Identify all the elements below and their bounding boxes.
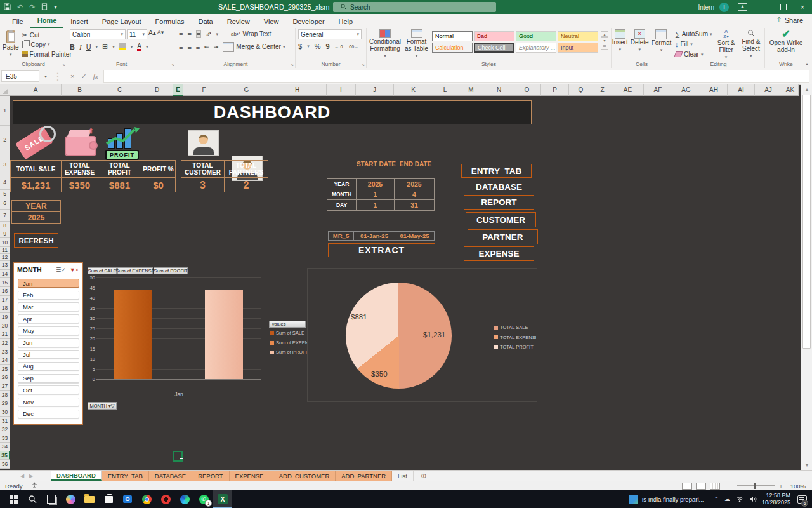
column-header-AH[interactable]: AH [700,84,728,96]
font-size-combo[interactable]: 11▾ [127,29,147,39]
microsoft-store-icon[interactable] [99,490,118,508]
redo-icon[interactable]: ↷ [29,3,35,11]
format-cells-button[interactable]: Format▾ [652,29,672,59]
start-button[interactable] [4,490,23,508]
accessibility-icon[interactable] [31,482,37,490]
borders-icon[interactable]: ⊞ [102,43,108,51]
row-header-23[interactable]: 23 [0,347,10,356]
cell-style-neutral[interactable]: Neutral [558,31,598,41]
vertical-scrollbar[interactable]: ▲ ▼ [801,84,812,470]
row-header-7[interactable]: 7 [0,210,10,222]
cell-style-bad[interactable]: Bad [474,31,514,41]
nav-button-partner[interactable]: PARTNER [468,229,538,244]
row-header-30[interactable]: 30 [0,408,10,417]
task-view-icon[interactable] [42,490,61,508]
ribbon-tab-developer[interactable]: Developer [285,16,331,28]
column-header-G[interactable]: G [225,84,268,96]
ribbon-tab-help[interactable]: Help [332,16,360,28]
new-sheet-button[interactable]: ⊕ [419,471,429,481]
row-header-19[interactable]: 19 [0,313,10,322]
column-header-O[interactable]: O [513,84,541,96]
slicer-item-mar[interactable]: Mar [18,302,79,311]
row-header-15[interactable]: 15 [0,278,10,287]
column-header-N[interactable]: N [485,84,513,96]
cancel-formula-icon[interactable]: × [70,72,74,80]
field-button-sum-of-profit[interactable]: Sum of PROFIT [154,267,188,274]
cell-style-check-cell[interactable]: Check Cell [474,43,514,53]
delete-cells-button[interactable]: ×Delete▾ [631,29,649,59]
nav-button-expense[interactable]: EXPENSE [464,246,534,261]
tray-chevron-up-icon[interactable]: ⌃ [714,496,719,502]
sheet-tab-list[interactable]: List [392,471,414,481]
wifi-icon[interactable] [736,493,743,505]
column-header-Q[interactable]: Q [569,84,593,96]
align-center-icon[interactable]: ≡ [187,43,191,51]
zoom-out-icon[interactable]: − [729,483,733,490]
row-header-5[interactable]: 5 [0,190,10,197]
scroll-up-icon[interactable]: ▲ [801,84,812,94]
copy-button[interactable]: Copy▾ [22,40,72,49]
row-header-21[interactable]: 21 [0,330,10,339]
column-header-AF[interactable]: AF [644,84,672,96]
nav-button-report[interactable]: REPORT [464,195,534,210]
row-header-9[interactable]: 9 [0,229,10,238]
merge-center-button[interactable]: Merge & Center▾ [223,42,285,51]
italic-button[interactable]: I [79,43,82,51]
underline-button[interactable]: U [86,43,91,51]
sheet-tab-report[interactable]: REPORT [192,471,229,481]
zoom-thumb[interactable] [754,483,756,489]
notification-icon[interactable]: 6 [794,490,809,508]
slicer-item-aug[interactable]: Aug [18,362,79,371]
field-button-sum-of-expense[interactable]: Sum of EXPENSE [117,267,153,274]
sheet-tab-add-customer[interactable]: ADD_CUSTOMER [273,471,336,481]
nav-button-entry_tab[interactable]: ENTRY_TAB [461,164,532,178]
conditional-formatting-button[interactable]: Conditional Formatting▾ [369,29,401,59]
taskbar-clock[interactable]: 12:58 PM 10/28/2025 [762,492,790,506]
nav-button-customer[interactable]: CUSTOMER [466,212,536,227]
column-header-AJ[interactable]: AJ [755,84,782,96]
slicer-item-may[interactable]: May [18,326,79,335]
formula-input[interactable] [103,70,809,83]
row-header-36[interactable]: 36 [0,460,10,469]
select-all-corner[interactable] [0,84,10,96]
row-header-12[interactable]: 12 [0,254,10,261]
slicer-item-apr[interactable]: Apr [18,314,79,323]
row-header-17[interactable]: 17 [0,296,10,305]
taskbar-search-icon[interactable] [23,490,42,508]
outlook-icon[interactable]: O [118,490,137,508]
column-header-F[interactable]: F [183,84,225,96]
sheet-tab-add-partner[interactable]: ADD_PARTNER [336,471,392,481]
whatsapp-icon[interactable]: ✆ 1 [194,490,213,508]
orientation-icon[interactable]: ⇗ [206,30,211,38]
increase-font-icon[interactable]: A▴ [148,29,156,39]
ribbon-tab-home[interactable]: Home [30,15,64,28]
share-button[interactable]: ⇧ Share [776,16,803,24]
row-header-35[interactable]: 35 [0,451,10,460]
restore-button[interactable] [774,0,793,14]
row-header-6[interactable]: 6 [0,197,10,210]
fill-color-icon[interactable] [119,43,126,50]
field-button-sum-of-sale[interactable]: Sum of SALE [88,267,117,274]
column-header-E[interactable]: E [173,84,183,96]
format-as-table-button[interactable]: Format as Table▾ [403,29,429,59]
sheet-nav-right-icon[interactable]: ▶ [27,471,36,481]
sheet-tab-entry-tab[interactable]: ENTRY_TAB [102,471,149,481]
column-header-K[interactable]: K [394,84,433,96]
ribbon-tab-file[interactable]: File [5,16,30,28]
align-top-icon[interactable]: ≡ [179,30,183,38]
selected-cell-e35[interactable] [173,451,183,462]
row-header-4[interactable]: 4 [0,175,10,190]
cut-button[interactable]: ✂Cut [22,30,72,39]
sort-filter-button[interactable]: AZ▾ Sort & Filter▾ [716,29,737,59]
font-color-icon[interactable]: A [137,43,141,51]
comma-style-icon[interactable]: 9 [325,43,329,50]
news-widget[interactable]: Is India finally prepari... [629,495,704,504]
cell-style-normal[interactable]: Normal [432,31,473,41]
zoom-level[interactable]: 100% [790,483,806,490]
column-header-A[interactable]: A [10,84,62,96]
row-header-22[interactable]: 22 [0,339,10,348]
decrease-indent-icon[interactable]: ⇤ [204,44,209,50]
clear-button[interactable]: Clear▾ [675,50,712,59]
ribbon-tab-page-layout[interactable]: Page Layout [95,16,148,28]
vertical-scroll-thumb[interactable] [802,95,811,349]
